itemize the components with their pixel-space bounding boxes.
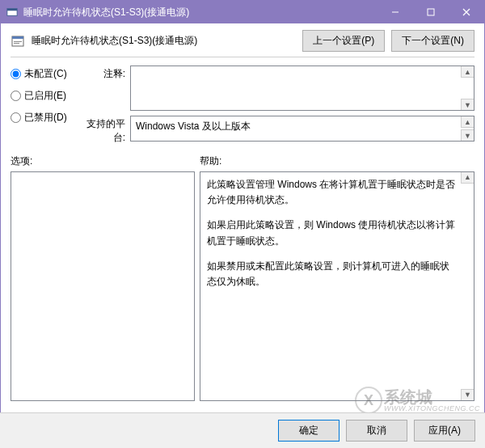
scroll-down-icon[interactable]: ▼ — [461, 99, 474, 110]
comment-label: 注释: — [77, 66, 125, 111]
svg-rect-9 — [14, 43, 19, 44]
scroll-up-icon[interactable]: ▲ — [461, 66, 474, 78]
supported-platform-box: Windows Vista 及以上版本 ▲ ▼ — [130, 116, 474, 142]
close-button[interactable] — [449, 1, 484, 23]
comment-textarea[interactable]: ▲ ▼ — [130, 66, 474, 111]
app-icon — [6, 6, 19, 19]
policy-icon — [11, 34, 25, 49]
scroll-down-icon[interactable]: ▼ — [461, 389, 474, 400]
window-title: 睡眠时允许待机状态(S1-S3)(接通电源) — [23, 6, 377, 19]
ok-button[interactable]: 确定 — [278, 420, 340, 442]
policy-title: 睡眠时允许待机状态(S1-S3)(接通电源) — [32, 34, 296, 48]
svg-rect-7 — [12, 36, 23, 39]
footer: 确定 取消 应用(A) — [0, 412, 485, 448]
help-panel: 此策略设置管理 Windows 在将计算机置于睡眠状态时是否允许使用待机状态。 … — [200, 171, 474, 401]
divider — [11, 57, 474, 57]
svg-rect-1 — [7, 9, 17, 11]
supported-label: 支持的平台: — [77, 116, 125, 145]
maximize-button[interactable] — [413, 1, 449, 23]
minimize-button[interactable] — [377, 1, 413, 23]
apply-button[interactable]: 应用(A) — [414, 420, 475, 442]
svg-rect-8 — [14, 41, 22, 42]
prev-setting-button[interactable]: 上一个设置(P) — [302, 30, 385, 52]
supported-platform-text: Windows Vista 及以上版本 — [136, 120, 251, 132]
scroll-up-icon[interactable]: ▲ — [461, 172, 474, 184]
titlebar: 睡眠时允许待机状态(S1-S3)(接通电源) — [1, 1, 484, 23]
radio-not-configured-label: 未配置(C) — [24, 67, 67, 81]
scroll-up-icon[interactable]: ▲ — [461, 116, 474, 128]
radio-enabled-label: 已启用(E) — [24, 89, 66, 103]
help-paragraph: 如果启用此策略设置，则 Windows 使用待机状态以将计算机置于睡眠状态。 — [207, 218, 458, 248]
help-paragraph: 此策略设置管理 Windows 在将计算机置于睡眠状态时是否允许使用待机状态。 — [207, 177, 458, 208]
cancel-button[interactable]: 取消 — [346, 420, 407, 442]
radio-disabled-input[interactable] — [11, 112, 21, 123]
help-paragraph: 如果禁用或未配置此策略设置，则计算机可进入的睡眠状态仅为休眠。 — [207, 259, 458, 290]
radio-not-configured[interactable]: 未配置(C) — [11, 67, 70, 81]
scroll-down-icon[interactable]: ▼ — [461, 129, 474, 141]
radio-disabled[interactable]: 已禁用(D) — [11, 111, 70, 125]
options-panel — [11, 171, 195, 401]
radio-not-configured-input[interactable] — [11, 69, 21, 79]
radio-enabled-input[interactable] — [11, 91, 21, 101]
help-label: 帮助: — [200, 154, 474, 168]
radio-enabled[interactable]: 已启用(E) — [11, 89, 70, 103]
options-label: 选项: — [11, 154, 200, 168]
radio-disabled-label: 已禁用(D) — [24, 111, 67, 125]
next-setting-button[interactable]: 下一个设置(N) — [391, 30, 474, 52]
svg-rect-3 — [428, 9, 434, 15]
